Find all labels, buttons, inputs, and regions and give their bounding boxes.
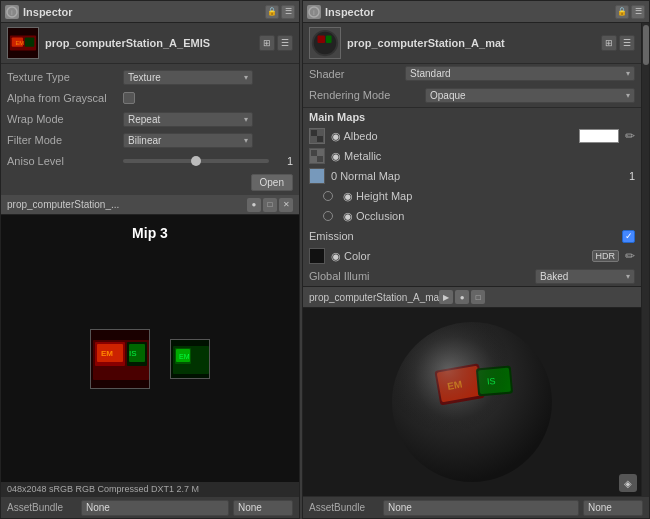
right-play-btn[interactable]: ▶: [439, 290, 453, 304]
aniso-slider-thumb[interactable]: [191, 156, 201, 166]
right-menu-btn[interactable]: ☰: [631, 5, 645, 19]
global-illum-dropdown[interactable]: Baked ▾: [535, 269, 635, 284]
left-fields-area: Texture Type Texture ▾ Alpha from Graysc…: [1, 64, 299, 195]
right-assetbundle-dropdown1[interactable]: None: [383, 500, 579, 516]
left-panel-icon: i: [5, 5, 19, 19]
left-lock-btn[interactable]: 🔒: [265, 5, 279, 19]
shader-dropdown[interactable]: Standard ▾: [405, 66, 635, 81]
svg-rect-25: [318, 36, 326, 44]
svg-rect-28: [311, 130, 317, 136]
left-asset-btn2[interactable]: ☰: [277, 35, 293, 51]
metallic-thumb[interactable]: [309, 148, 325, 164]
svg-rect-34: [310, 249, 324, 263]
texture-thumb-small: EM: [170, 339, 210, 379]
left-ctrl-btn2[interactable]: □: [263, 198, 277, 212]
color-thumb[interactable]: [309, 248, 325, 264]
emission-checkbox[interactable]: ✓: [622, 230, 635, 243]
left-preview-area: prop_computerStation_... ● □ ✕ Mip 3: [1, 195, 299, 496]
left-asset-buttons: ⊞ ☰: [259, 35, 293, 51]
open-button[interactable]: Open: [251, 174, 293, 191]
albedo-color-swatch[interactable]: [579, 129, 619, 143]
right-asset-name: prop_computerStation_A_mat: [347, 37, 595, 49]
left-assetbundle-row: AssetBundle None None: [1, 496, 299, 518]
right-lock-btn[interactable]: 🔒: [615, 5, 629, 19]
alpha-label: Alpha from Grayscal: [7, 92, 117, 104]
aniso-slider-track[interactable]: [123, 159, 269, 163]
texture-type-dropdown[interactable]: Texture ▾: [123, 70, 253, 85]
hdr-badge[interactable]: HDR: [592, 250, 620, 262]
right-scrollbar-thumb[interactable]: [643, 25, 649, 65]
right-asset-btn1[interactable]: ⊞: [601, 35, 617, 51]
aniso-slider-container: 1: [123, 155, 293, 167]
wrap-mode-label: Wrap Mode: [7, 113, 117, 125]
right-assetbundle-row: AssetBundle None None: [303, 496, 649, 518]
left-assetbundle-dropdown2[interactable]: None: [233, 500, 293, 516]
height-map-label: ◉ Height Map: [339, 190, 635, 203]
normal-map-label: 0 Normal Map: [331, 170, 609, 182]
filter-mode-row: Filter Mode Bilinear ▾: [7, 131, 293, 149]
svg-point-24: [314, 32, 337, 55]
normal-map-value: 1: [615, 170, 635, 182]
wrap-mode-row: Wrap Mode Repeat ▾: [7, 110, 293, 128]
right-asset-buttons: ⊞ ☰: [601, 35, 635, 51]
svg-rect-18: [193, 348, 207, 364]
left-inspector-title: Inspector: [23, 6, 261, 18]
left-assetbundle-dropdown1[interactable]: None: [81, 500, 229, 516]
global-illum-arrow: ▾: [626, 272, 630, 281]
right-preview-controls: ▶ ● □: [439, 290, 485, 304]
emission-label: Emission: [309, 230, 616, 242]
texture-thumb-large: EM IS: [90, 329, 150, 389]
metallic-label: ◉ Metallic: [331, 150, 635, 163]
filter-mode-label: Filter Mode: [7, 134, 117, 146]
svg-rect-26: [326, 36, 332, 44]
height-map-circle: [323, 191, 333, 201]
albedo-label: ◉ Albedo: [331, 130, 573, 143]
texture-type-label: Texture Type: [7, 71, 117, 83]
right-ctrl-btn2[interactable]: □: [471, 290, 485, 304]
unity-logo[interactable]: ◈: [619, 474, 637, 492]
left-ctrl-btn1[interactable]: ●: [247, 198, 261, 212]
sphere-svg: EM IS: [382, 312, 562, 492]
left-assetbundle-label: AssetBundle: [7, 502, 77, 513]
albedo-picker-icon[interactable]: ✏: [625, 129, 635, 143]
alpha-checkbox[interactable]: [123, 92, 135, 104]
right-assetbundle-dropdown2[interactable]: None: [583, 500, 643, 516]
aniso-row: Aniso Level 1: [7, 152, 293, 170]
albedo-thumb[interactable]: [309, 128, 325, 144]
normal-map-thumb[interactable]: [309, 168, 325, 184]
left-menu-btn[interactable]: ☰: [281, 5, 295, 19]
right-scroll-area: prop_computerStation_A_mat ⊞ ☰ Shader St…: [303, 23, 649, 496]
rendering-mode-row: Rendering Mode Opaque ▾: [309, 86, 635, 104]
right-asset-header: prop_computerStation_A_mat ⊞ ☰: [303, 23, 641, 64]
wrap-mode-dropdown[interactable]: Repeat ▾: [123, 112, 253, 127]
rendering-mode-dropdown[interactable]: Opaque ▾: [425, 88, 635, 103]
svg-rect-31: [311, 150, 317, 156]
svg-rect-33: [310, 169, 324, 183]
left-ctrl-btn3[interactable]: ✕: [279, 198, 293, 212]
svg-text:EM: EM: [179, 353, 190, 360]
svg-text:i: i: [313, 8, 315, 17]
svg-text:i: i: [11, 8, 13, 17]
left-preview-title: prop_computerStation_...: [7, 199, 119, 210]
sphere-preview-area: EM IS ◈: [303, 308, 641, 496]
emission-row: Emission ✓: [303, 226, 641, 246]
rendering-section: Rendering Mode Opaque ▾: [303, 83, 641, 108]
left-preview-titlebar: prop_computerStation_... ● □ ✕: [1, 195, 299, 215]
right-preview-titlebar: prop_computerStation_A_ma ▶ ● □: [303, 286, 641, 308]
right-asset-thumbnail: [309, 27, 341, 59]
left-asset-btn1[interactable]: ⊞: [259, 35, 275, 51]
svg-rect-32: [317, 156, 323, 162]
color-picker-icon[interactable]: ✏: [625, 249, 635, 263]
texture-type-row: Texture Type Texture ▾: [7, 68, 293, 86]
svg-rect-29: [317, 136, 323, 142]
right-inspector-title: Inspector: [325, 6, 611, 18]
right-asset-btn2[interactable]: ☰: [619, 35, 635, 51]
occlusion-row: ◉ Occlusion: [303, 206, 641, 226]
left-asset-header: EM prop_computerStation_A_EMIS ⊞ ☰: [1, 23, 299, 64]
wrap-mode-arrow: ▾: [244, 115, 248, 124]
aniso-label: Aniso Level: [7, 155, 117, 167]
filter-mode-dropdown[interactable]: Bilinear ▾: [123, 133, 253, 148]
right-ctrl-btn1[interactable]: ●: [455, 290, 469, 304]
right-scrollbar[interactable]: [641, 23, 649, 496]
texture-thumbnails: EM IS EM: [90, 329, 210, 389]
